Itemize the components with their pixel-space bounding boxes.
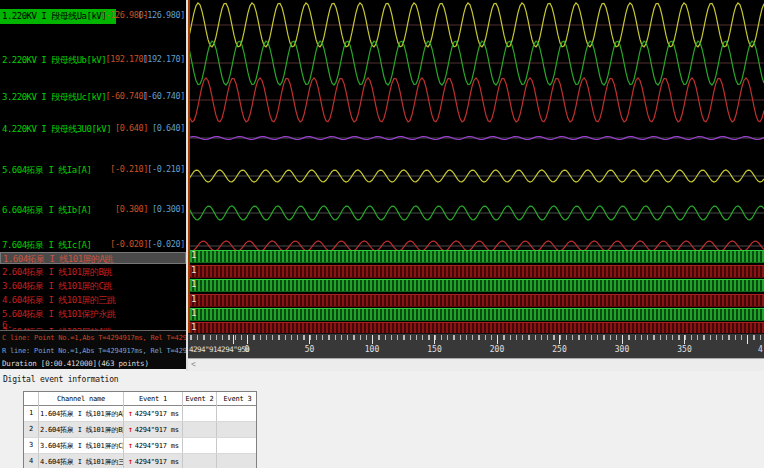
ruler-tick-label: 300 [615, 345, 629, 354]
analog-channel-label[interactable]: 3.220KV I 段母线Uc[kV] [0, 90, 108, 105]
event2-cell [183, 454, 217, 468]
analog-channel-row[interactable]: 3.220KV I 段母线Uc[kV][-60.740][-60.740] [0, 90, 186, 103]
event1-cell: ↑4294"917 ms [124, 454, 183, 468]
event3-cell [217, 454, 258, 468]
ruler-tick-label: 100 [365, 345, 379, 354]
analog-channel-label[interactable]: 5.604拓泉 I 线Ia[A] [0, 163, 93, 178]
channel-name-cell: 3.604拓泉 I 线101屏的C跳 [39, 438, 124, 453]
table-row[interactable]: 11.604拓泉 I 线101屏的A跳↑4294"917 ms [24, 406, 256, 422]
digital-trace-bar: 1 [190, 308, 764, 321]
event-time: 4294"917 ms [135, 410, 179, 418]
ref-value: [-126.980] [138, 10, 185, 20]
channel-name-cell: 1.604拓泉 I 线101屏的A跳 [39, 406, 124, 421]
cursor-value: [-0.210] [110, 164, 148, 174]
digital-trace-bar: 1 [190, 322, 764, 333]
table-row[interactable]: 33.604拓泉 I 线101屏的C跳↑4294"917 ms [24, 438, 256, 454]
time-axis-ruler[interactable]: 4294"914294"950 4 050100150200250300350 [188, 333, 764, 358]
analog-channel-label[interactable]: 4.220KV I 段母线3U0[kV] [0, 122, 113, 137]
digital-channel-label[interactable]: 2.604拓泉 I 线101屏的B跳 [0, 266, 186, 278]
major-ticks [188, 335, 764, 344]
table-row[interactable]: 44.604拓泉 I 线101屏的三跳↑4294"917 ms [24, 454, 256, 468]
table-row[interactable]: 22.604拓泉 I 线101屏的B跳↑4294"917 ms [24, 422, 256, 438]
ref-value: [-60.740] [143, 91, 185, 101]
section-title: Digital event information [3, 375, 118, 384]
header-num [24, 392, 39, 407]
row-number: 2 [24, 422, 39, 437]
trace-state-label: 1 [191, 308, 196, 318]
trace-state-label: 1 [191, 265, 196, 275]
analog-channel-label[interactable]: 2.220KV I 段母线Ub[kV] [0, 53, 108, 68]
analog-channel-row[interactable]: 6.604拓泉 I 线Ib[A][0.300][0.300] [0, 203, 186, 216]
digital-channel-label[interactable]: 1.604拓泉 I 线101屏的A跳 [0, 252, 186, 264]
digital-channel-label[interactable]: 3.604拓泉 I 线101屏的C跳 [0, 280, 186, 292]
analog-channel-row[interactable]: 1.220KV I 段母线Ua[kV][-126.980][-126.980] [0, 9, 186, 22]
event-time: 4294"917 ms [135, 458, 179, 466]
cursor-value: [0.640] [115, 123, 148, 133]
digital-trace-bar: 1 [190, 265, 764, 278]
r-line-status: R line: Point No.=1,Abs T=4294917ms, Rel… [2, 347, 186, 355]
row-number: 4 [24, 454, 39, 468]
digital-event-table: Channel name Event 1 Event 2 Event 3 11.… [23, 391, 257, 468]
ref-value: [0.640] [152, 123, 185, 133]
ref-value: [0.300] [152, 204, 185, 214]
trace-state-label: 1 [191, 279, 196, 289]
event1-cell: ↑4294"917 ms [124, 438, 183, 453]
trace-state-label: 1 [191, 294, 196, 304]
cursor-value: [-0.020] [110, 239, 148, 249]
event2-cell [183, 406, 217, 421]
analog-channel-label[interactable]: 6.604拓泉 I 线Ib[A] [0, 203, 93, 218]
header-event2: Event 2 [183, 392, 217, 407]
event2-cell [183, 422, 217, 437]
event3-cell [217, 406, 258, 421]
rising-edge-arrow-icon: ↑ [128, 457, 133, 466]
ruler-tick-label: 50 [305, 345, 315, 354]
rising-edge-arrow-icon: ↑ [128, 441, 133, 450]
digital-trace-bar: 1 [190, 294, 764, 307]
channel-label-panel: 1.220KV I 段母线Ua[kV][-126.980][-126.980]2… [0, 0, 186, 330]
header-event1: Event 1 [124, 392, 183, 407]
trace-state-label: 1 [191, 322, 196, 332]
analog-channel-label[interactable]: 7.604拓泉 I 线Ic[A] [0, 238, 93, 253]
analog-channel-row[interactable]: 5.604拓泉 I 线Ia[A][-0.210][-0.210] [0, 163, 186, 176]
channel-name-cell: 4.604拓泉 I 线101屏的三跳 [39, 454, 124, 468]
ruler-tick-label: 250 [552, 345, 566, 354]
cursor-status-box: C line: Point No.=1,Abs T=4294917ms, Rel… [0, 330, 186, 369]
waveform-plot-area[interactable]: 111111 [188, 0, 764, 333]
digital-trace-bar: 1 [190, 250, 764, 263]
event2-cell [183, 438, 217, 453]
ref-value: [-0.020] [147, 239, 185, 249]
digital-channel-label[interactable]: 5.604拓泉 I 线101保护永跳 [0, 308, 186, 320]
rising-edge-arrow-icon: ↑ [128, 425, 133, 434]
digital-trace-bar: 1 [190, 279, 764, 292]
ruler-clipped-label: 4 [758, 345, 763, 354]
ruler-tick-label: 150 [427, 345, 441, 354]
waveform-viewer-window: 1.220KV I 段母线Ua[kV][-126.980][-126.980]2… [0, 0, 764, 468]
analog-channel-label[interactable]: 1.220KV I 段母线Ua[kV] [0, 9, 116, 24]
analog-channel-row[interactable]: 7.604拓泉 I 线Ic[A][-0.020][-0.020] [0, 238, 186, 251]
event1-cell: ↑4294"917 ms [124, 422, 183, 437]
trace-state-label: 1 [191, 250, 196, 260]
row-number: 1 [24, 406, 39, 421]
row-number: 3 [24, 438, 39, 453]
horizontal-scrollbar[interactable]: < [188, 358, 764, 371]
panel-divider[interactable] [186, 0, 188, 371]
digital-channel-label[interactable]: 4.604拓泉 I 线101屏的三跳 [0, 294, 186, 306]
channel-name-cell: 2.604拓泉 I 线101屏的B跳 [39, 422, 124, 437]
analog-channel-row[interactable]: 4.220KV I 段母线3U0[kV][0.640][0.640] [0, 122, 186, 135]
ref-value: [192.170] [143, 54, 185, 64]
ruler-tick-label: 350 [677, 345, 691, 354]
ruler-tick-label: 200 [490, 345, 504, 354]
header-event3: Event 3 [217, 392, 258, 407]
event3-cell [217, 438, 258, 453]
ruler-edge-label: 4294"914294"950 [189, 345, 249, 354]
time-cursor-line[interactable] [188, 0, 190, 333]
event3-cell [217, 422, 258, 437]
duration-status: Duration [0:00.412000](463 points) [2, 359, 149, 368]
header-channel-name: Channel name [39, 392, 124, 407]
scroll-left-arrow-icon[interactable]: < [191, 360, 196, 369]
rising-edge-arrow-icon: ↑ [128, 409, 133, 418]
analog-channel-row[interactable]: 2.220KV I 段母线Ub[kV][192.170][192.170] [0, 53, 186, 66]
c-line-status: C line: Point No.=1,Abs T=4294917ms, Rel… [2, 334, 186, 342]
event-time: 4294"917 ms [135, 426, 179, 434]
cursor-value: [0.300] [115, 204, 148, 214]
